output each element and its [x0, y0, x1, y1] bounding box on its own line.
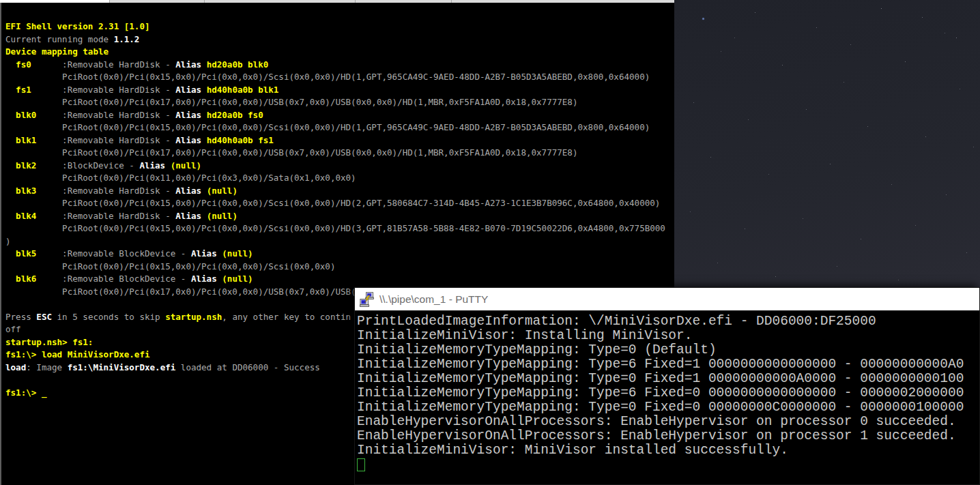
efi-terminal-line: Current running mode 1.1.2 — [5, 33, 674, 46]
efi-terminal-line: PciRoot(0x0)/Pci(0x15,0x0)/Pci(0x0,0x0)/… — [5, 222, 674, 235]
efi-terminal-line: PciRoot(0x0)/Pci(0x15,0x0)/Pci(0x0,0x0)/… — [5, 121, 674, 134]
putty-terminal-line: EnableHypervisorOnAllProcessors: EnableH… — [357, 429, 979, 443]
putty-terminal-line: InitializeMiniVisor: MiniVisor installed… — [357, 443, 979, 458]
efi-terminal-line: blk2 :BlockDevice - Alias (null) — [5, 160, 674, 173]
efi-terminal-line: PciRoot(0x0)/Pci(0x17,0x0)/Pci(0x0,0x0)/… — [5, 147, 674, 160]
putty-terminal-line: InitializeMemoryTypeMapping: Type=6 Fixe… — [357, 386, 979, 400]
putty-icon[interactable] — [360, 291, 375, 308]
efi-terminal-line: blk4 :Removable HardDisk - Alias (null) — [5, 210, 674, 223]
putty-terminal-line: InitializeMemoryTypeMapping: Type=0 Fixe… — [357, 400, 979, 415]
efi-terminal-line: blk5 :Removable BlockDevice - Alias (nul… — [5, 248, 674, 261]
efi-terminal-line: fs1 :Removable HardDisk - Alias hd40h0a0… — [5, 84, 674, 97]
putty-terminal-line: InitializeMemoryTypeMapping: Type=6 Fixe… — [357, 357, 979, 372]
putty-window: \\.\pipe\com_1 - PuTTY PrintLoadedImageI… — [354, 287, 980, 485]
efi-terminal-line: PciRoot(0x0)/Pci(0x17,0x0)/Pci(0x0,0x0)/… — [5, 96, 674, 109]
efi-terminal-line: blk0 :Removable HardDisk - Alias hd20a0b… — [5, 109, 674, 122]
efi-terminal-line: blk1 :Removable HardDisk - Alias hd40h0a… — [5, 134, 674, 147]
putty-titlebar[interactable]: \\.\pipe\com_1 - PuTTY — [355, 288, 979, 311]
efi-terminal-line: fs0 :Removable HardDisk - Alias hd20a0b … — [5, 59, 674, 72]
efi-terminal-line: blk6 :Removable BlockDevice - Alias (nul… — [5, 273, 674, 286]
putty-terminal[interactable]: PrintLoadedImageInformation: \/MiniVisor… — [355, 311, 979, 472]
putty-window-title: \\.\pipe\com_1 - PuTTY — [379, 293, 488, 306]
terminal-cursor — [357, 458, 365, 471]
putty-terminal-line: PrintLoadedImageInformation: \/MiniVisor… — [357, 314, 979, 329]
efi-terminal-line: EFI Shell version 2.31 [1.0] — [5, 20, 674, 33]
putty-terminal-line: InitializeMiniVisor: Installing MiniViso… — [357, 329, 979, 343]
efi-terminal-line: PciRoot(0x0)/Pci(0x15,0x0)/Pci(0x0,0x0)/… — [5, 197, 674, 210]
efi-terminal-line: PciRoot(0x0)/Pci(0x15,0x0)/Pci(0x0,0x0)/… — [5, 261, 674, 274]
efi-terminal-line: ) — [5, 235, 674, 248]
efi-terminal-line: blk3 :Removable HardDisk - Alias (null) — [5, 185, 674, 198]
putty-terminal-line: InitializeMemoryTypeMapping: Type=0 (Def… — [357, 343, 979, 357]
efi-terminal-line: PciRoot(0x0)/Pci(0x11,0x0)/Pci(0x3,0x0)/… — [5, 172, 674, 185]
putty-cursor-line — [357, 458, 979, 472]
putty-terminal-line: InitializeMemoryTypeMapping: Type=0 Fixe… — [357, 372, 979, 386]
putty-terminal-line: EnableHypervisorOnAllProcessors: EnableH… — [357, 415, 979, 429]
efi-terminal-line: PciRoot(0x0)/Pci(0x15,0x0)/Pci(0x0,0x0)/… — [5, 71, 674, 84]
efi-terminal-line: Device mapping table — [5, 46, 674, 59]
